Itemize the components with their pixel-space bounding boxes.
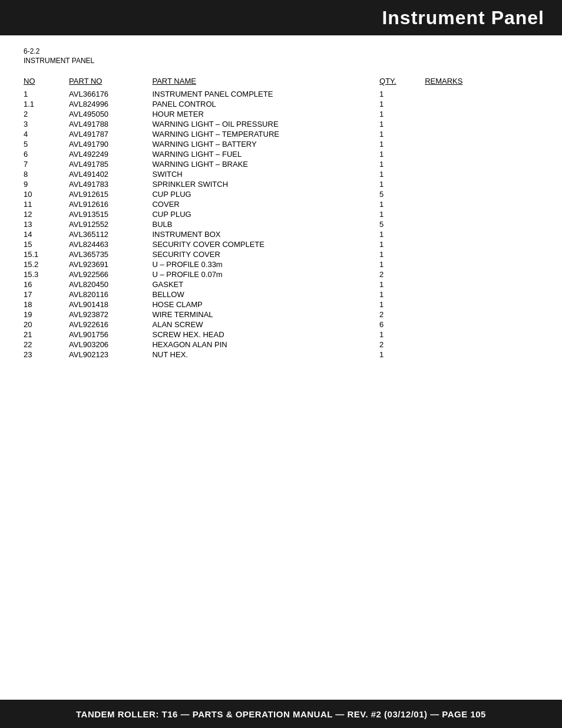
cell-remarks <box>425 249 538 259</box>
cell-no: 16 <box>24 279 69 289</box>
table-row: 14AVL365112INSTRUMENT BOX1 <box>24 229 538 239</box>
cell-qty: 1 <box>379 249 425 259</box>
cell-qty: 1 <box>379 99 425 109</box>
cell-remarks <box>425 330 538 340</box>
cell-no: 20 <box>24 319 69 330</box>
cell-part-name: BULB <box>152 219 379 229</box>
table-row: 2AVL495050HOUR METER1 <box>24 109 538 119</box>
cell-no: 23 <box>24 350 69 360</box>
cell-part-name: WARNING LIGHT – TEMPERATURE <box>152 129 379 139</box>
cell-qty: 1 <box>379 129 425 139</box>
parts-table: NO PART NO PART NAME QTY. REMARKS 1AVL36… <box>24 77 538 360</box>
cell-part-no: AVL923691 <box>69 259 152 269</box>
cell-part-name: WARNING LIGHT – FUEL <box>152 149 379 159</box>
cell-qty: 1 <box>379 159 425 169</box>
cell-remarks <box>425 139 538 149</box>
cell-qty: 1 <box>379 209 425 219</box>
cell-qty: 2 <box>379 269 425 279</box>
table-row: 9AVL491783SPRINKLER SWITCH1 <box>24 179 538 189</box>
cell-remarks <box>425 109 538 119</box>
cell-part-no: AVL912616 <box>69 199 152 209</box>
cell-remarks <box>425 169 538 179</box>
page-title: Instrument Panel <box>382 7 544 29</box>
cell-part-name: NUT HEX. <box>152 350 379 360</box>
cell-remarks <box>425 269 538 279</box>
cell-no: 8 <box>24 169 69 179</box>
cell-no: 12 <box>24 209 69 219</box>
table-row: 20AVL922616ALAN SCREW6 <box>24 319 538 330</box>
cell-part-no: AVL912552 <box>69 219 152 229</box>
cell-qty: 1 <box>379 199 425 209</box>
cell-part-name: SWITCH <box>152 169 379 179</box>
cell-remarks <box>425 319 538 330</box>
cell-part-no: AVL491788 <box>69 119 152 129</box>
cell-part-name: COVER <box>152 199 379 209</box>
cell-no: 5 <box>24 139 69 149</box>
cell-qty: 1 <box>379 330 425 340</box>
cell-remarks <box>425 279 538 289</box>
table-row: 15.1AVL365735SECURITY COVER1 <box>24 249 538 259</box>
cell-remarks <box>425 239 538 249</box>
cell-qty: 5 <box>379 189 425 199</box>
cell-part-no: AVL824996 <box>69 99 152 109</box>
cell-qty: 1 <box>379 289 425 299</box>
cell-qty: 1 <box>379 229 425 239</box>
cell-no: 1 <box>24 89 69 99</box>
cell-no: 15.2 <box>24 259 69 269</box>
page-content: 6-2.2 INSTRUMENT PANEL NO PART NO PART N… <box>0 35 562 371</box>
cell-part-name: U – PROFILE 0.07m <box>152 269 379 279</box>
cell-part-no: AVL824463 <box>69 239 152 249</box>
cell-part-no: AVL491402 <box>69 169 152 179</box>
cell-qty: 1 <box>379 89 425 99</box>
cell-part-name: ALAN SCREW <box>152 319 379 330</box>
cell-remarks <box>425 149 538 159</box>
cell-part-name: U – PROFILE 0.33m <box>152 259 379 269</box>
table-row: 21AVL901756SCREW HEX. HEAD1 <box>24 330 538 340</box>
cell-qty: 2 <box>379 340 425 350</box>
cell-part-no: AVL913515 <box>69 209 152 219</box>
table-row: 22AVL903206HEXAGON ALAN PIN2 <box>24 340 538 350</box>
cell-remarks <box>425 99 538 109</box>
section-ref: 6-2.2 <box>24 47 538 55</box>
table-row: 18AVL901418HOSE CLAMP1 <box>24 299 538 309</box>
cell-part-no: AVL820450 <box>69 279 152 289</box>
cell-part-name: SECURITY COVER <box>152 249 379 259</box>
col-header-qty: QTY. <box>379 77 425 89</box>
cell-part-no: AVL912615 <box>69 189 152 199</box>
cell-qty: 1 <box>379 279 425 289</box>
table-row: 10AVL912615CUP PLUG5 <box>24 189 538 199</box>
cell-part-no: AVL923872 <box>69 309 152 319</box>
cell-part-name: SECURITY COVER COMPLETE <box>152 239 379 249</box>
table-row: 1.1AVL824996PANEL CONTROL1 <box>24 99 538 109</box>
cell-part-name: INSTRUMENT BOX <box>152 229 379 239</box>
table-row: 23AVL902123NUT HEX.1 <box>24 350 538 360</box>
cell-no: 15 <box>24 239 69 249</box>
cell-part-name: GASKET <box>152 279 379 289</box>
cell-remarks <box>425 179 538 189</box>
cell-no: 9 <box>24 179 69 189</box>
cell-remarks <box>425 309 538 319</box>
cell-part-name: HOSE CLAMP <box>152 299 379 309</box>
cell-part-name: INSTRUMENT PANEL COMPLETE <box>152 89 379 99</box>
cell-remarks <box>425 189 538 199</box>
cell-no: 1.1 <box>24 99 69 109</box>
table-row: 5AVL491790WARNING LIGHT – BATTERY1 <box>24 139 538 149</box>
cell-no: 15.1 <box>24 249 69 259</box>
cell-part-name: WIRE TERMINAL <box>152 309 379 319</box>
cell-no: 21 <box>24 330 69 340</box>
cell-part-no: AVL901756 <box>69 330 152 340</box>
footer-bar: TANDEM ROLLER: T16 — PARTS & OPERATION M… <box>0 700 562 728</box>
cell-no: 10 <box>24 189 69 199</box>
cell-remarks <box>425 219 538 229</box>
cell-qty: 1 <box>379 169 425 179</box>
table-row: 13AVL912552BULB5 <box>24 219 538 229</box>
section-name: INSTRUMENT PANEL <box>24 57 538 65</box>
cell-part-name: WARNING LIGHT – BATTERY <box>152 139 379 149</box>
cell-no: 18 <box>24 299 69 309</box>
cell-part-no: AVL820116 <box>69 289 152 299</box>
cell-part-no: AVL491790 <box>69 139 152 149</box>
cell-remarks <box>425 350 538 360</box>
cell-qty: 1 <box>379 149 425 159</box>
cell-qty: 1 <box>379 139 425 149</box>
table-row: 1AVL366176INSTRUMENT PANEL COMPLETE1 <box>24 89 538 99</box>
